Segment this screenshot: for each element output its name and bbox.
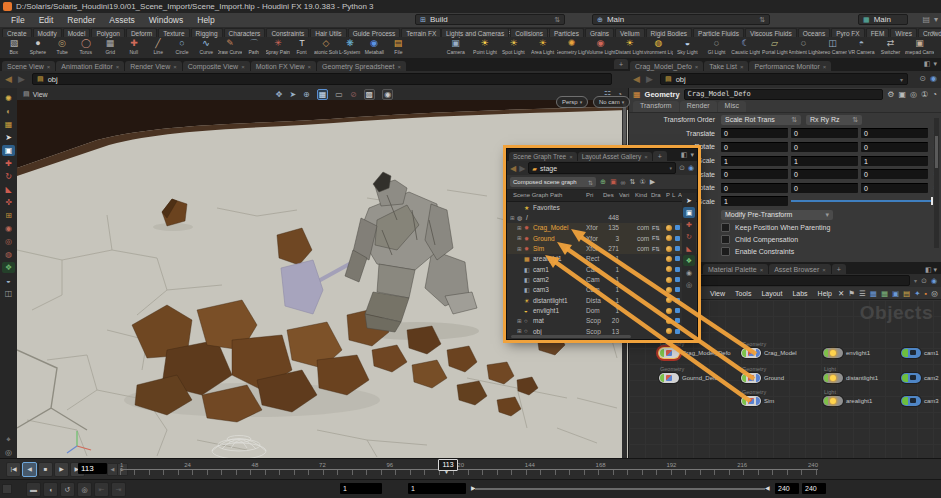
toolbar-icon[interactable]: ✜ [2, 197, 15, 208]
network-toolbar-icon[interactable]: ▦ [881, 289, 888, 298]
parameter-tab[interactable]: Render [680, 101, 717, 112]
toolbar-icon[interactable]: ◣ [2, 184, 15, 195]
pane-tab[interactable]: Crag_Model_Defo × [630, 61, 703, 71]
playback-range-end-field[interactable]: 240 [775, 483, 799, 494]
camera-node-body[interactable] [901, 373, 921, 383]
playback-option-button[interactable]: ▬ [26, 482, 41, 497]
scene-graph-row[interactable]: ⊞ ◧ cam2 Cam 1 [507, 274, 697, 284]
network-toolbar-icon[interactable]: ▪ [924, 289, 927, 298]
network-toolbar-icon[interactable]: ◎ [931, 289, 938, 298]
node-cam3[interactable]: cam3 [901, 396, 921, 406]
shelf-tool[interactable]: ◉ Metaball [362, 38, 386, 58]
param-field-x[interactable]: 0 [721, 169, 788, 179]
visibility-flag-icon[interactable] [675, 236, 680, 241]
shelf-tool[interactable]: ◇ Platonic Solids [314, 38, 338, 58]
scene-graph-row[interactable]: ⊞ ◧ cam3 Cam 1 [507, 285, 697, 295]
network-menu-item[interactable]: Tools [730, 290, 756, 297]
scene-graph-tool-icon[interactable]: ① [639, 178, 645, 186]
stage-toolbar-icon[interactable]: ❖ [683, 255, 695, 266]
toolbar-icon[interactable]: ◒ [2, 275, 15, 286]
active-flag-icon[interactable] [666, 246, 672, 252]
parameter-tab[interactable]: Transform [633, 101, 679, 112]
shelf-tab[interactable]: Constraints [266, 28, 309, 37]
shelf-tool[interactable]: ◫ Stereo Camera [818, 38, 847, 58]
toolbar-icon[interactable]: ⊞ [2, 210, 15, 221]
back-icon[interactable]: ◀ [5, 74, 12, 84]
path-field[interactable]: ▤ obj ▾ [660, 73, 908, 85]
network-menu-item[interactable]: Labs [787, 290, 812, 297]
current-frame-field[interactable]: 113 [78, 463, 107, 474]
close-tab-icon[interactable]: × [397, 64, 401, 70]
param-field-z[interactable]: 1 [861, 156, 928, 166]
path-field[interactable]: ▤ obj [32, 73, 612, 85]
column-header[interactable]: L [672, 192, 675, 198]
toolbar-icon[interactable]: ◉ [2, 223, 15, 234]
uniform-scale-slider[interactable] [791, 200, 933, 202]
toolbar-icon[interactable]: ◫ [2, 288, 15, 299]
stage-toolbar-icon[interactable]: ➤ [683, 195, 695, 206]
globe-link-icon[interactable]: ◉ [688, 164, 694, 172]
pane-tab[interactable]: Motion FX View × [251, 61, 316, 71]
node-gournd-defo[interactable]: Geometry Gournd_Defo [659, 373, 679, 383]
node-arealight1[interactable]: Light arealight1 [823, 396, 843, 406]
shelf-tool[interactable]: ◯ Torus [74, 38, 98, 58]
network-menu-item[interactable]: View [705, 290, 730, 297]
active-flag-icon[interactable] [666, 256, 672, 262]
network-toolbar-icon[interactable]: ▣ [892, 289, 899, 298]
shelf-tool[interactable]: ⇄ Switcher [876, 38, 905, 58]
light-node-body[interactable] [823, 348, 843, 358]
shelf-tab[interactable]: Guide Process [348, 28, 401, 37]
param-field-x[interactable]: 0 [721, 142, 788, 152]
timeline-track[interactable] [120, 469, 818, 475]
active-flag-icon[interactable] [666, 308, 672, 314]
playback-option-button[interactable]: ⇤ [94, 482, 109, 497]
build-desktop-combo[interactable]: ⊞ Build ⇅ [415, 14, 565, 25]
shelf-tab[interactable]: Texture [158, 28, 189, 37]
viewport-tool-icon[interactable]: ⊘ [350, 90, 357, 99]
shelf-overflow-caret-icon[interactable]: ▾ [931, 29, 935, 37]
active-flag-icon[interactable] [666, 277, 672, 283]
expand-toggle-icon[interactable]: ⊞ [517, 318, 524, 324]
pane-tab[interactable]: Animation Editor × [56, 61, 124, 71]
toolbar-icon[interactable]: ▣ [2, 145, 15, 156]
node-distantlight1[interactable]: Light distantlight1 [823, 373, 843, 383]
shelf-tab[interactable]: Modify [33, 28, 62, 37]
shelf-tool[interactable]: ◌ GI Light [702, 38, 731, 58]
globe-link-icon[interactable]: ◉ [930, 74, 937, 83]
toolbar-icon[interactable]: ⌖ [2, 434, 15, 445]
shelf-tool[interactable]: ○ Circle [170, 38, 194, 58]
info-icon[interactable]: ① [921, 90, 928, 99]
shelf-tab[interactable]: Deform [126, 28, 157, 37]
close-tab-icon[interactable]: × [116, 64, 120, 70]
scene-graph-tool-icon[interactable]: ∞ [621, 179, 626, 186]
network-toolbar-icon[interactable]: ✦ [914, 289, 920, 298]
menu-item[interactable]: Windows [142, 15, 190, 25]
gear-icon[interactable]: ⚙ [887, 90, 894, 99]
visibility-flag-icon[interactable] [675, 329, 680, 334]
toolbar-icon[interactable]: ✚ [2, 158, 15, 169]
expand-toggle-icon[interactable]: ⊞ [517, 235, 524, 241]
pane-tab[interactable]: Performance Monitor × [749, 61, 831, 71]
visibility-flag-icon[interactable] [675, 318, 680, 323]
expand-toggle-icon[interactable]: ⊞ [517, 225, 524, 231]
visibility-flag-icon[interactable] [675, 225, 680, 230]
pane-tab[interactable]: Composite View × [183, 61, 250, 71]
close-tab-icon[interactable]: × [241, 64, 245, 70]
shelf-tool[interactable]: ▱ Portal Light [760, 38, 789, 58]
parameter-scrollbar[interactable] [934, 118, 939, 248]
node-name-field[interactable]: Crag_Model_Defo [684, 89, 884, 100]
shelf-tool[interactable]: ❋ L-System [338, 38, 362, 58]
expand-icon[interactable]: ▣ [898, 90, 906, 99]
expand-toggle-icon[interactable]: ⊞ [517, 246, 524, 252]
scene-graph-tool-icon[interactable]: ⇅ [630, 178, 636, 186]
shelf-tool[interactable]: ☾ Caustic Light [731, 38, 760, 58]
visibility-flag-icon[interactable] [675, 256, 680, 261]
param-field-y[interactable]: 0 [791, 142, 858, 152]
close-tab-icon[interactable]: × [644, 154, 648, 160]
param-field-y[interactable]: 0 [791, 128, 858, 138]
shelf-tool[interactable]: ☀ Distant Light [615, 38, 644, 58]
globe-link-icon[interactable]: ◉ [931, 277, 937, 285]
toolbar-icon[interactable]: ❖ [2, 262, 15, 273]
shelf-tab[interactable]: Vellum [615, 28, 645, 37]
viewport-tool-icon[interactable]: ▩ [364, 89, 376, 100]
